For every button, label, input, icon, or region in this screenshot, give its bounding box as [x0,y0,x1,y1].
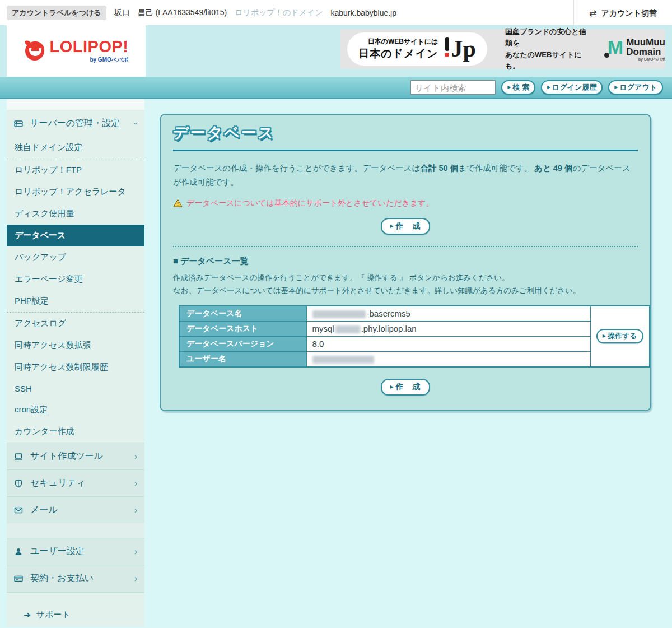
table-row: データベースバージョン 8.0 [179,336,650,351]
db-user-value [306,351,590,367]
create-database-button-bottom[interactable]: ▶ 作 成 [381,379,430,396]
chevron-right-icon: › [134,547,137,557]
sidebar-section-contract-payment[interactable]: 契約・お支払い › [7,565,144,592]
logo-wordmark: LOLIPOP! [50,39,129,55]
sidebar-group-label: サーバーの管理・設定 [30,118,120,129]
credit-card-icon [13,574,24,584]
sidebar-section-label: メール [30,504,58,516]
sidebar-group-server-settings[interactable]: サーバーの管理・設定 › [7,110,144,137]
operate-button[interactable]: ▶ 操作する [596,329,643,343]
sidebar-item-ftp[interactable]: ロリポップ！FTP [7,159,144,181]
mail-icon [13,505,24,515]
intro-text: データベースの作成・操作を行うことができます。データベースは [173,164,420,173]
database-table: データベース名 -basercms5 ▶ 操作する データベースホスト mysq… [179,305,650,368]
sidebar-item-label: PHP設定 [15,296,49,305]
db-host-label: データベースホスト [179,321,306,336]
jp-domain-ad-banner[interactable]: 日本のWEBサイトには 日本のドメイン Jp 国産ブランドの安心と信頼を あなた… [340,29,665,69]
user-icon [13,547,24,557]
sidebar-section-mail[interactable]: メール › [7,496,144,523]
shield-icon [13,478,24,489]
action-cell: ▶ 操作する [590,306,650,367]
sidebar-item-label: ロリポップ！アクセラレータ [15,187,126,196]
warning-icon [173,199,183,207]
db-host-value: mysql.phy.lolipop.lan [306,321,590,336]
arrow-icon: ▶ [390,385,394,389]
db-name-label: データベース名 [179,306,306,322]
search-button[interactable]: ▶ 検 索 [501,80,535,95]
sidebar-item-database[interactable]: データベース [7,225,144,246]
redacted-text [312,310,366,318]
account-label-button[interactable]: アカウントラベルをつける [7,6,106,20]
logout-button[interactable]: ▶ ログアウト [608,80,663,95]
sidebar-item-access-log[interactable]: アクセスログ [7,313,144,334]
operate-button-label: 操作する [608,331,637,341]
laptop-icon [13,452,24,462]
jp-logo-text: Jp [451,40,475,59]
logout-label: ログアウト [619,82,657,92]
table-row: データベースホスト mysql.phy.lolipop.lan [179,321,650,336]
muumuu-byline: by GMOペパボ [626,57,665,61]
db-version-value: 8.0 [306,336,590,351]
chevron-right-icon: › [134,574,137,584]
db-host-prefix: mysql [312,324,334,333]
switch-account-label: アカウント切替 [601,8,657,18]
account-domain: kaburk.babyblue.jp [330,8,396,17]
sidebar-support-link[interactable]: ➔ サポート [7,592,144,628]
sidebar-section-security[interactable]: セキュリティ › [7,469,144,496]
arrow-icon: ▶ [614,85,618,90]
site-search-bar: ▶ 検 索 ▶ ログイン履歴 ▶ ログアウト [0,77,672,99]
sidebar-item-label: エラーページ変更 [15,274,82,283]
muumuu-wordmark-2: Domain [626,47,665,57]
sidebar-item-label: アクセスログ [15,318,66,328]
logo-byline: by GMOペパボ [50,56,129,64]
redacted-text [335,325,360,333]
banner-line1: 日本のWEBサイトには [358,37,438,46]
db-user-label: ユーザー名 [179,351,306,367]
sidebar-item-label: SSH [15,384,32,393]
create-button-label: 作 成 [396,221,421,231]
sidebar-item-label: ロリポップ！FTP [15,165,82,174]
sidebar-item-counter[interactable]: カウンター作成 [7,421,144,443]
sidebar-item-backup[interactable]: バックアップ [7,246,144,268]
sidebar-item-ssh[interactable]: SSH [7,378,144,399]
page: アカウントラベルをつける 坂口 昌己 (LAA1633549/lit015) ロ… [0,0,672,628]
login-history-label: ログイン履歴 [552,82,596,92]
db-name-value: -basercms5 [306,306,590,322]
redacted-text [312,356,374,364]
lolipop-logo[interactable]: LOLIPOP! by GMOペパボ [7,25,146,77]
banner-right-line1: 国産ブランドの安心と信頼を [505,26,593,49]
header-band: LOLIPOP! by GMOペパボ 日本のWEBサイトには 日本のドメイン J… [0,25,672,77]
sidebar-top-strip [7,99,144,110]
sidebar-section-label: セキュリティ [30,477,85,489]
sidebar-section-label: 契約・お支払い [30,573,94,584]
support-label: サポート [36,610,71,620]
sidebar-item-concurrent-access-expand[interactable]: 同時アクセス数拡張 [7,334,144,356]
swap-arrows-icon: ⇄ [589,8,596,18]
switch-account-button[interactable]: ⇄ アカウント切替 [573,0,672,26]
sidebar-item-concurrent-access-history[interactable]: 同時アクセス数制限履歴 [7,356,144,378]
chevron-right-icon: › [134,505,137,515]
sidebar-section-site-tools[interactable]: サイト作成ツール › [7,443,144,469]
sidebar-item-label: データベース [15,230,66,240]
db-name-suffix: -basercms5 [367,309,410,318]
sidebar-item-domain-settings[interactable]: 独自ドメイン設定 [7,137,144,159]
create-database-button[interactable]: ▶ 作 成 [381,218,430,235]
database-list-heading: ■ データベース一覧 [173,256,638,267]
db-host-suffix: .phy.lolipop.lan [361,324,417,333]
sidebar: サーバーの管理・設定 › 独自ドメイン設定 ロリポップ！FTP ロリポップ！アク… [7,99,144,627]
sidebar-item-cron[interactable]: cron設定 [7,399,144,421]
sidebar-item-php-settings[interactable]: PHP設定 [7,290,144,312]
sidebar-section-user-settings[interactable]: ユーザー設定 › [7,538,144,565]
arrow-icon: ▶ [507,85,511,90]
site-search-input[interactable] [410,80,496,95]
sidebar-item-label: カウンター作成 [15,426,74,436]
db-version-label: データベースバージョン [179,336,306,351]
lolipop-domain-label: ロリポップ！のドメイン [235,8,323,18]
sidebar-item-label: cron設定 [15,404,48,414]
sidebar-item-accelerator[interactable]: ロリポップ！アクセラレータ [7,181,144,203]
login-history-button[interactable]: ▶ ログイン履歴 [541,80,603,95]
sidebar-item-disk-usage[interactable]: ディスク使用量 [7,203,144,225]
jp-domain-logo-icon: Jp [445,37,475,61]
title-rule [173,150,638,151]
sidebar-item-error-page[interactable]: エラーページ変更 [7,268,144,290]
